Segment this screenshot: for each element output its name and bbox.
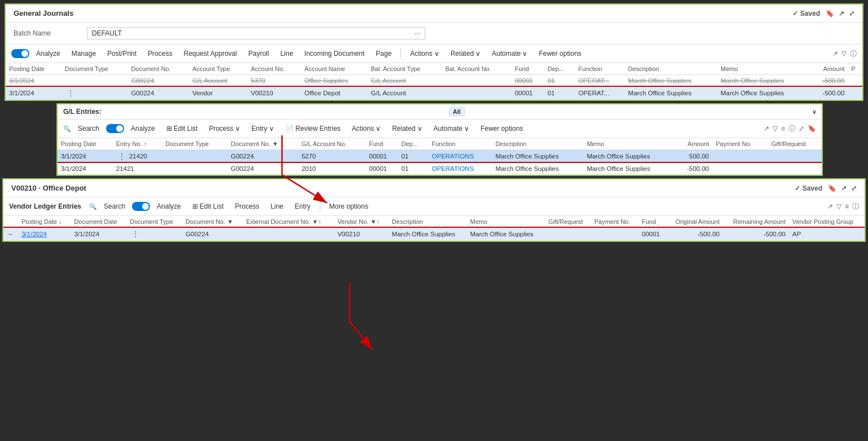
related-btn[interactable]: Related ∨ <box>446 48 485 59</box>
analyze-btn2[interactable]: Analyze <box>126 123 160 134</box>
share-icon[interactable]: ↗ <box>839 10 844 17</box>
cell-doc-no: G00224 <box>127 87 189 100</box>
more-options-btn[interactable]: More options <box>325 201 373 212</box>
share-icon5[interactable]: ↗ <box>827 202 833 210</box>
col-vendor-no: Vendor No. ▼↑ <box>334 216 388 228</box>
search-btn[interactable]: Search <box>73 123 104 134</box>
cell-amount: -500.00 <box>810 87 848 100</box>
share-icon3[interactable]: ↗ <box>764 125 769 133</box>
context-menu-dot3[interactable]: ⋮ <box>130 231 141 237</box>
analyze-toggle2[interactable] <box>106 124 124 133</box>
cell-entry-no: ⋮ 21420 <box>113 150 162 163</box>
saved-indicator: ✓ Saved <box>792 10 820 17</box>
fewer-options-btn[interactable]: Fewer options <box>534 48 585 59</box>
toolbar-right: ↗ ▽ ⓘ <box>832 49 857 59</box>
manage-btn[interactable]: Manage <box>67 48 100 59</box>
review-entries-btn[interactable]: 📄 Review Entries <box>281 123 345 134</box>
analyze-toggle[interactable] <box>11 49 29 58</box>
info-icon3[interactable]: ⓘ <box>852 202 859 211</box>
bookmark-icon3[interactable]: 🔖 <box>828 184 836 192</box>
cell-account-type: Vendor <box>189 87 248 100</box>
automate-btn2[interactable]: Automate ∨ <box>429 123 474 134</box>
page-btn[interactable]: Page <box>371 48 396 59</box>
chevron-down-icon[interactable]: ∨ <box>812 109 816 115</box>
expand-icon2[interactable]: ⤢ <box>799 125 804 133</box>
cell-memo: March Office Supplies <box>583 150 675 163</box>
cell-function: OPERAT... <box>575 75 624 87</box>
bookmark-icon[interactable]: 🔖 <box>826 10 834 17</box>
cell-fund: 00001 <box>512 75 544 87</box>
cell-original-amount: -500.00 <box>666 228 723 241</box>
line-btn3[interactable]: Line <box>266 201 288 212</box>
post-print-btn[interactable]: Post/Print <box>103 48 141 59</box>
analyze-btn[interactable]: Analyze <box>32 48 65 59</box>
col-doc-type3: Document Type <box>126 216 182 228</box>
edit-list-btn3[interactable]: ⊞ Edit List <box>188 201 228 212</box>
edit-list-btn[interactable]: ⊞ Edit List <box>162 123 202 134</box>
cell-fund: 00001 <box>365 150 398 163</box>
col-doc-no3: Document No. ▼ <box>182 216 243 228</box>
cell-account-no: 5370 <box>248 75 301 87</box>
list-icon[interactable]: ≡ <box>781 125 785 133</box>
cell-dep: 01 <box>544 75 575 87</box>
cell-doc-no: G00224 <box>227 150 298 163</box>
col-fund3: Fund <box>638 216 666 228</box>
expand-icon[interactable]: ⤢ <box>849 10 854 17</box>
expand-icon3[interactable]: ⤢ <box>851 184 857 192</box>
col-memo: Memo <box>717 63 810 75</box>
filter-chip[interactable]: All <box>449 107 465 116</box>
col-p: P <box>848 63 862 75</box>
search-btn3[interactable]: Search <box>99 201 130 212</box>
col-account-type: Account Type <box>189 63 248 75</box>
incoming-document-btn[interactable]: Incoming Document <box>300 48 369 59</box>
request-approval-btn[interactable]: Request Approval <box>179 48 241 59</box>
process-btn3[interactable]: Process <box>230 201 263 212</box>
analyze-btn3[interactable]: Analyze <box>152 201 186 212</box>
share-icon4[interactable]: ↗ <box>841 184 847 192</box>
cell-gift-request <box>768 163 822 175</box>
cell-doc-type3: ⋮ <box>126 228 182 241</box>
ellipsis-icon[interactable]: ··· <box>415 29 420 37</box>
bookmark-icon2[interactable]: 🔖 <box>808 125 816 133</box>
col-description3: Description <box>389 216 467 228</box>
col-payment-no: Payment No. <box>712 138 768 150</box>
filter-icon3[interactable]: ▽ <box>836 202 841 210</box>
context-menu-dot[interactable]: ⋮ <box>65 90 76 96</box>
cell-bal-account-no <box>442 75 511 87</box>
actions-btn2[interactable]: Actions ∨ <box>347 123 385 134</box>
line-btn[interactable]: Line <box>276 48 298 59</box>
related-btn2[interactable]: Related ∨ <box>387 123 426 134</box>
toolbar-divider <box>400 48 401 59</box>
cell-bal-account-type: G/L Account <box>368 87 442 100</box>
col-account-name: Account Name <box>301 63 368 75</box>
cell-memo: March Office Supplies <box>717 87 810 100</box>
vendor-ledger-label: Vendor Ledger Entries <box>9 202 81 210</box>
cell-description3: March Office Supplies <box>389 228 467 241</box>
col-posting-date2: Posting Date <box>58 138 113 150</box>
header-icons3: 🔖 ↗ ⤢ <box>828 184 857 192</box>
process-btn2[interactable]: Process ∨ <box>204 123 244 134</box>
cell-description: March Office Supplies <box>492 163 583 175</box>
entry-btn[interactable]: Entry ∨ <box>247 123 279 134</box>
actions-btn[interactable]: Actions ∨ <box>406 48 443 59</box>
info-icon2[interactable]: ⓘ <box>788 124 795 134</box>
analyze-toggle3[interactable] <box>132 202 150 211</box>
filter-icon[interactable]: ▽ <box>841 50 847 58</box>
context-menu-dot2[interactable]: ⋮ <box>116 153 127 160</box>
grid-icon3: ⊞ <box>192 202 198 210</box>
automate-btn[interactable]: Automate ∨ <box>487 48 532 59</box>
cell-dep: 01 <box>544 87 575 100</box>
list-icon3[interactable]: ≡ <box>845 202 849 210</box>
panel2-toolbar-right: ↗ ▽ ≡ ⓘ ⤢ 🔖 <box>764 124 816 134</box>
entry-btn3[interactable]: Entry <box>290 201 315 212</box>
payroll-btn[interactable]: Payroll <box>244 48 274 59</box>
batch-input[interactable]: DEFAULT ··· <box>87 27 425 39</box>
share-icon2[interactable]: ↗ <box>832 50 838 58</box>
col-ext-doc-no: External Document No. ▼↑ <box>243 216 334 228</box>
process-btn[interactable]: Process <box>143 48 177 59</box>
panel1-header-right: ✓ Saved 🔖 ↗ ⤢ <box>792 10 854 17</box>
cell-vendor-no: V00210 <box>334 228 388 241</box>
filter-icon2[interactable]: ▽ <box>773 125 778 133</box>
info-icon[interactable]: ⓘ <box>850 49 857 59</box>
fewer-options-btn2[interactable]: Fewer options <box>476 123 527 134</box>
